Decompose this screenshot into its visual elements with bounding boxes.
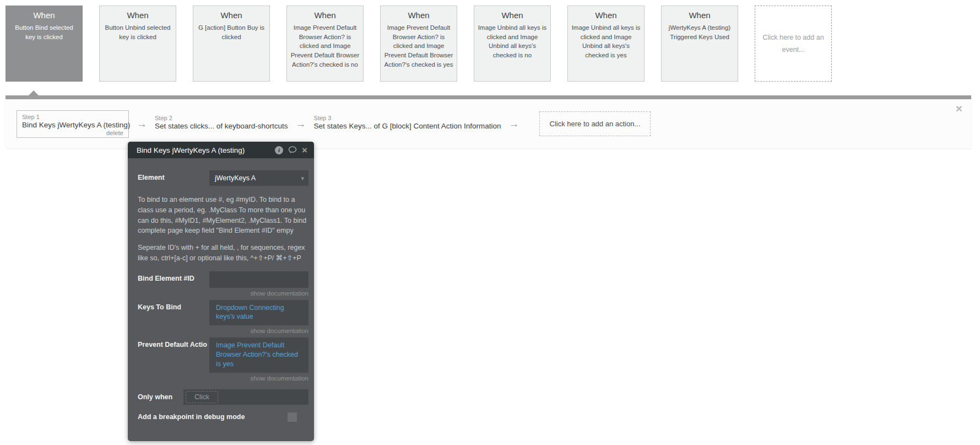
event-card[interactable]: When Button Unbind selected key is click… — [99, 6, 176, 82]
step-title: Set states clicks... of keyboard-shortcu… — [155, 122, 288, 130]
step-arrow-icon: → — [137, 119, 147, 129]
step-title: Set states Keys... of G [block] Content … — [314, 122, 501, 130]
prevent-default-row: Prevent Default Actio Image Prevent Defa… — [138, 337, 308, 382]
only-when-input[interactable]: Click — [183, 389, 308, 405]
bind-element-row: Bind Element #ID show documentation — [138, 271, 308, 297]
event-card-title: When — [290, 10, 360, 20]
show-documentation-link[interactable]: show documentation — [209, 290, 308, 297]
step-3-item[interactable]: Step 3 Set states Keys... of G [block] C… — [314, 115, 501, 130]
event-card-body: Image Prevent Default Browser Action? is… — [290, 23, 360, 69]
workflow-steps-panel: Step 1 Bind Keys jWertyKeys A (testing) … — [6, 95, 971, 148]
click-condition-chip[interactable]: Click — [186, 391, 218, 403]
element-dropdown[interactable]: jWertyKeys A ▾ — [209, 170, 308, 186]
event-card[interactable]: When Image Unbind all keys is clicked an… — [474, 6, 551, 82]
panel-header: Bind Keys jWertyKeys A (testing) i × — [128, 142, 314, 158]
step-number-label: Step 3 — [314, 115, 501, 121]
panel-title: Bind Keys jWertyKeys A (testing) — [137, 146, 275, 154]
add-action-button[interactable]: Click here to add an action... — [539, 111, 651, 136]
breakpoint-row: Add a breakpoint in debug mode — [138, 412, 308, 422]
add-event-label: Click here to add an event... — [761, 31, 826, 56]
event-card-body: jWertyKeys A (testing) Triggered Keys Us… — [665, 23, 734, 41]
element-label: Element — [138, 170, 209, 186]
add-event-button[interactable]: Click here to add an event... — [755, 6, 832, 82]
prevent-default-label: Prevent Default Actio — [138, 337, 209, 382]
event-card[interactable]: When jWertyKeys A (testing) Triggered Ke… — [661, 6, 738, 82]
event-card-body: Image Unbind all keys is clicked and Ima… — [478, 23, 547, 60]
keys-to-bind-row: Keys To Bind Dropdown Connecting keys's … — [138, 300, 308, 335]
event-card-body: Image Prevent Default Browser Action? is… — [384, 23, 453, 69]
event-card-body: G [action] Button Buy is clicked — [197, 23, 266, 41]
event-card[interactable]: When Image Prevent Default Browser Actio… — [380, 6, 457, 82]
close-steps-icon[interactable]: × — [956, 103, 962, 114]
step-arrow-icon: → — [296, 119, 306, 129]
event-card-body: Button Unbind selected key is clicked — [103, 23, 172, 41]
step-number-label: Step 2 — [155, 115, 288, 121]
event-card-title: When — [197, 10, 266, 20]
panel-header-icons: i × — [275, 146, 307, 155]
event-card[interactable]: When Image Prevent Default Browser Actio… — [286, 6, 364, 82]
panel-body: Element jWertyKeys A ▾ To bind to an ele… — [128, 170, 314, 422]
step-1-box[interactable]: Step 1 Bind Keys jWertyKeys A (testing) … — [17, 110, 129, 138]
event-cards-row: When Button Bind selected key is clicked… — [6, 6, 832, 82]
step-title: Bind Keys jWertyKeys A (testing) — [22, 121, 123, 129]
selected-event-notch — [29, 90, 39, 95]
event-card-body: Button Bind selected key is clicked — [9, 23, 79, 41]
event-card-title: When — [384, 10, 453, 20]
only-when-row: Only when Click — [138, 389, 308, 405]
event-card[interactable]: When G [action] Button Buy is clicked — [193, 6, 270, 82]
only-when-label: Only when — [138, 393, 183, 401]
comment-icon[interactable] — [288, 146, 297, 154]
step-arrow-icon: → — [509, 119, 519, 129]
steps-content: Step 1 Bind Keys jWertyKeys A (testing) … — [6, 99, 971, 148]
keys-to-bind-value[interactable]: Dropdown Connecting keys's value — [209, 300, 308, 326]
bind-element-label: Bind Element #ID — [138, 271, 209, 297]
show-documentation-link[interactable]: show documentation — [209, 328, 308, 334]
action-properties-panel: Bind Keys jWertyKeys A (testing) i × Ele… — [128, 142, 314, 441]
event-card-title: When — [665, 10, 734, 20]
event-card-body: Image Unbind all keys is clicked and Ima… — [571, 23, 641, 60]
breakpoint-label: Add a breakpoint in debug mode — [138, 413, 245, 421]
info-icon[interactable]: i — [275, 146, 283, 154]
chevron-down-icon: ▾ — [301, 175, 304, 182]
breakpoint-checkbox[interactable] — [288, 412, 297, 422]
close-panel-icon[interactable]: × — [302, 146, 307, 155]
bind-help-text: To bind to an element use #, eg #myID. T… — [138, 195, 308, 236]
event-card[interactable]: When Button Bind selected key is clicked — [6, 6, 83, 82]
event-card-title: When — [9, 10, 79, 20]
event-card-title: When — [571, 10, 641, 20]
element-row: Element jWertyKeys A ▾ — [138, 170, 308, 186]
step-2-item[interactable]: Step 2 Set states clicks... of keyboard-… — [155, 115, 288, 130]
bind-element-input[interactable] — [209, 271, 308, 288]
step-delete-link[interactable]: delete — [22, 130, 123, 136]
event-card-title: When — [478, 10, 547, 20]
event-card-title: When — [103, 10, 172, 20]
step-number-label: Step 1 — [22, 114, 123, 120]
separator-help-text: Seperate ID's with + for all held, , for… — [138, 243, 308, 264]
prevent-default-value[interactable]: Image Prevent Default Browser Action?'s … — [209, 337, 308, 373]
keys-to-bind-label: Keys To Bind — [138, 300, 209, 335]
show-documentation-link[interactable]: show documentation — [209, 375, 308, 382]
element-dropdown-value: jWertyKeys A — [215, 174, 301, 182]
event-card[interactable]: When Image Unbind all keys is clicked an… — [567, 6, 645, 82]
